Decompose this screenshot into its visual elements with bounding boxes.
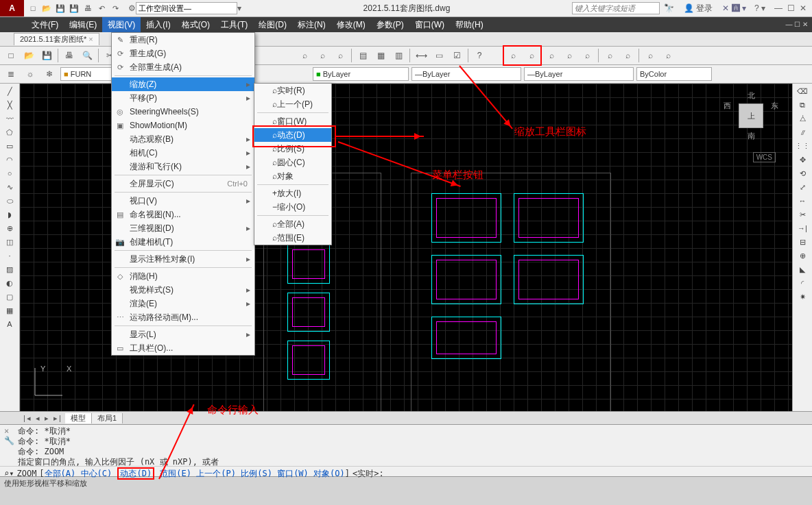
qselect-button[interactable]: ☑ [449, 47, 465, 64]
move-tool[interactable]: ✥ [795, 153, 810, 166]
mirror-tool[interactable]: ⧊ [795, 112, 810, 125]
zoom-menu-item[interactable]: ⌕实时(R) [254, 84, 331, 97]
menu-parametric[interactable]: 参数(P) [371, 17, 409, 32]
zoom-dynamic-tb[interactable]: ⌕ [523, 47, 540, 64]
zoom-extents-tb[interactable]: ⌕ [660, 47, 676, 64]
help-search-input[interactable] [572, 2, 660, 14]
mtext-tool[interactable]: A [2, 318, 17, 330]
menu-view[interactable]: 视图(V) [102, 17, 141, 32]
region-tool[interactable]: ▢ [2, 291, 17, 303]
view-menu-item[interactable]: ⟳全部重生成(A) [112, 60, 254, 74]
plot-icon[interactable]: 🖶 [82, 2, 94, 14]
new-icon[interactable]: □ [27, 2, 39, 14]
menu-tools[interactable]: 工具(T) [215, 17, 253, 32]
lineweight-combo[interactable]: — ByLayer [524, 67, 634, 81]
view-menu-item[interactable]: ⋯运动路径动画(M)... [112, 310, 254, 324]
zoom-all-tb[interactable]: ⌕ [642, 47, 658, 64]
view-menu-item[interactable]: 漫游和飞行(K) [112, 160, 254, 173]
exchange-icon[interactable]: ✕ 🅰 ▾ [722, 3, 746, 13]
rect-tool[interactable]: ▭ [2, 140, 17, 152]
view-menu-item[interactable]: ✎重画(R) [112, 33, 254, 47]
view-cube[interactable]: 北 西上东 南 [724, 90, 778, 152]
open-icon[interactable]: 📂 [40, 2, 53, 14]
zoom-out-tb[interactable]: ⌕ [619, 47, 636, 64]
array-tool[interactable]: ⋮⋮ [795, 140, 810, 152]
view-menu-item[interactable]: ▭工具栏(O)... [112, 341, 254, 355]
view-menu-item[interactable]: ▤命名视图(N)... [112, 208, 254, 221]
xline-tool[interactable]: ╳ [2, 99, 17, 111]
layout-nav[interactable]: |◂ ◂ ▸ ▸| [21, 414, 65, 423]
stretch-tool[interactable]: ↔ [795, 195, 810, 207]
command-input-line[interactable]: ⌕▾ ZOOM [全部(A) 中心(C) 动态(D) 范围(E) 上一个(P) … [0, 466, 812, 480]
view-menu-item[interactable]: 动态观察(B) [112, 132, 254, 146]
layer-freeze-button[interactable]: ❄ [41, 66, 58, 82]
copy-tool[interactable]: ⧉ [795, 99, 810, 111]
rotate-tool[interactable]: ⟲ [795, 167, 810, 180]
cmd-close-icon[interactable]: ×🔧 [4, 426, 14, 445]
help-button[interactable]: ? [471, 47, 488, 64]
ellipse-tool[interactable]: ⬭ [2, 195, 17, 207]
document-tab[interactable]: 2021.5.11套房图纸* × [14, 33, 99, 45]
pline-tool[interactable]: 〰 [2, 112, 17, 125]
menu-dimension[interactable]: 标注(N) [292, 17, 331, 32]
view-menu-item[interactable]: 三维视图(D) [112, 221, 254, 235]
menu-modify[interactable]: 修改(M) [331, 17, 371, 32]
app-logo[interactable]: A [0, 0, 24, 16]
properties-button[interactable]: ▤ [355, 47, 371, 64]
mdi-controls[interactable]: — ☐ ✕ [780, 17, 812, 32]
saveas-icon[interactable]: 💾 [68, 2, 80, 14]
tool-palette-button[interactable]: ▥ [390, 47, 407, 64]
zoom-menu-item[interactable]: −缩小(O) [254, 200, 331, 214]
save-icon[interactable]: 💾 [54, 2, 67, 14]
view-menu-item[interactable]: ⟳重生成(G) [112, 47, 254, 60]
zoom-menu-item[interactable]: ⌕对象 [254, 169, 331, 183]
arc-tool[interactable]: ◠ [2, 153, 17, 166]
offset-tool[interactable]: ⫽ [795, 126, 810, 138]
view-menu-item[interactable]: ▣ShowMotion(M) [112, 119, 254, 132]
fillet-tool[interactable]: ◜ [795, 277, 810, 289]
view-menu-item[interactable]: 全屏显示(C)Ctrl+0 [112, 177, 254, 190]
menu-format[interactable]: 格式(O) [176, 17, 215, 32]
extend-tool[interactable]: →| [795, 222, 810, 234]
menu-file[interactable]: 文件(F) [26, 17, 64, 32]
menu-insert[interactable]: 插入(I) [141, 17, 176, 32]
zoom-win-button[interactable]: ⌕ [332, 47, 348, 64]
binoculars-icon[interactable]: 🔭 [664, 3, 674, 13]
trim-tool[interactable]: ✂ [795, 208, 810, 221]
insert-tool[interactable]: ⊕ [2, 222, 17, 234]
view-menu-item[interactable]: 显示注释性对象(I) [112, 252, 254, 266]
menu-draw[interactable]: 绘图(D) [253, 17, 292, 32]
zoom-menu-item[interactable]: ⌕范围(E) [254, 231, 331, 245]
layout1-tab[interactable]: 布局1 [92, 413, 123, 423]
scale-tool[interactable]: ⤢ [795, 181, 810, 193]
help-icon[interactable]: ? ▾ [754, 3, 765, 13]
view-menu-item[interactable]: 视口(V) [112, 194, 254, 208]
erase-tool[interactable]: ⌫ [795, 85, 810, 97]
close-icon[interactable]: ✕ [798, 3, 808, 13]
line-tool[interactable]: ╱ [2, 85, 17, 97]
minimize-icon[interactable]: — [774, 3, 783, 13]
zoom-rt-button[interactable]: ⌕ [314, 47, 331, 64]
menu-help[interactable]: 帮助(H) [450, 17, 489, 32]
chamfer-tool[interactable]: ◣ [795, 263, 810, 275]
break-tool[interactable]: ⊟ [795, 236, 810, 248]
zoom-menu-item[interactable]: ⌕窗口(W) [254, 114, 331, 128]
block-tool[interactable]: ◫ [2, 236, 17, 248]
zoom-menu-item[interactable]: ⌕动态(D) [254, 128, 331, 142]
view-menu-item[interactable]: 缩放(Z) [112, 77, 254, 91]
circle-tool[interactable]: ○ [2, 167, 17, 180]
save-button[interactable]: 💾 [38, 47, 55, 64]
login-button[interactable]: 👤 登录 [684, 3, 713, 14]
polygon-tool[interactable]: ⬠ [2, 126, 17, 138]
zoom-in-tb[interactable]: ⌕ [601, 47, 618, 64]
zoom-scale-tb[interactable]: ⌕ [543, 47, 560, 64]
view-menu-item[interactable]: ◎SteeringWheels(S) [112, 105, 254, 119]
menu-window[interactable]: 窗口(W) [409, 17, 450, 32]
view-menu-item[interactable]: ◇消隐(H) [112, 269, 254, 283]
join-tool[interactable]: ⊕ [795, 249, 810, 262]
view-menu-item[interactable]: 渲染(E) [112, 297, 254, 310]
layer-manager-button[interactable]: ≣ [3, 66, 19, 82]
zoom-menu-item[interactable]: +放大(I) [254, 186, 331, 200]
view-menu-item[interactable]: 显示(L) [112, 328, 254, 341]
ellipse-arc-tool[interactable]: ◗ [2, 208, 17, 221]
